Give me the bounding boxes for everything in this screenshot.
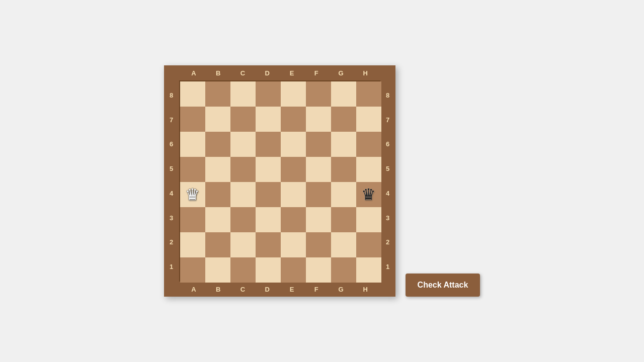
row-label-left-7: 7 (164, 108, 179, 132)
cell-H4[interactable]: ♛ (356, 182, 381, 207)
cell-E7[interactable] (281, 107, 306, 132)
cell-D4[interactable] (256, 182, 281, 207)
cell-H1[interactable] (356, 257, 381, 283)
row-label-left-6: 6 (164, 132, 179, 157)
cell-D8[interactable] (256, 81, 281, 107)
cell-B4[interactable] (205, 182, 230, 207)
row-label-right-4: 4 (380, 181, 395, 206)
cell-B2[interactable] (205, 232, 230, 257)
cell-B5[interactable] (205, 157, 230, 182)
cell-C5[interactable] (230, 157, 256, 182)
cell-B1[interactable] (205, 257, 230, 283)
row-label-left-1: 1 (164, 254, 179, 279)
cell-F6[interactable] (306, 132, 331, 157)
cell-E3[interactable] (281, 207, 306, 232)
cell-C6[interactable] (230, 132, 256, 157)
cell-D2[interactable] (256, 232, 281, 257)
chess-board[interactable]: ♛♛ (179, 80, 380, 282)
cell-C2[interactable] (230, 232, 256, 257)
cell-G5[interactable] (331, 157, 356, 182)
cell-A6[interactable] (180, 132, 205, 157)
row-label-right-5: 5 (380, 156, 395, 181)
cell-C4[interactable] (230, 182, 256, 207)
cell-E1[interactable] (281, 257, 306, 283)
row-labels-left: 87654321 (164, 80, 179, 282)
cell-G7[interactable] (331, 107, 356, 132)
cell-F1[interactable] (306, 257, 331, 283)
cell-D6[interactable] (256, 132, 281, 157)
cell-F3[interactable] (306, 207, 331, 232)
col-label-A: A (182, 69, 206, 77)
col-label-bottom-G: G (329, 286, 353, 293)
col-label-E: E (280, 69, 304, 77)
cell-D5[interactable] (256, 157, 281, 182)
cell-B6[interactable] (205, 132, 230, 157)
row-label-right-6: 6 (380, 132, 395, 157)
cell-G4[interactable] (331, 182, 356, 207)
cell-C1[interactable] (230, 257, 256, 283)
cell-C8[interactable] (230, 81, 256, 107)
cell-G8[interactable] (331, 81, 356, 107)
check-attack-button[interactable]: Check Attack (406, 274, 480, 297)
cell-E6[interactable] (281, 132, 306, 157)
cell-A2[interactable] (180, 232, 205, 257)
row-label-right-1: 1 (380, 254, 395, 279)
row-label-left-4: 4 (164, 181, 179, 206)
col-label-C: C (230, 69, 255, 77)
cell-C3[interactable] (230, 207, 256, 232)
row-label-left-3: 3 (164, 206, 179, 230)
col-label-bottom-C: C (230, 286, 255, 293)
col-label-bottom-H: H (353, 286, 378, 293)
cell-D1[interactable] (256, 257, 281, 283)
cell-A5[interactable] (180, 157, 205, 182)
col-label-bottom-F: F (304, 286, 329, 293)
cell-E2[interactable] (281, 232, 306, 257)
cell-A8[interactable] (180, 81, 205, 107)
cell-F8[interactable] (306, 81, 331, 107)
cell-H7[interactable] (356, 107, 381, 132)
board-with-labels: ABCDEFGH 87654321 ♛♛ 87654321 ABCDEFGH (164, 65, 395, 297)
main-container: ABCDEFGH 87654321 ♛♛ 87654321 ABCDEFGH C… (164, 65, 480, 297)
row-label-right-7: 7 (380, 108, 395, 132)
col-label-H: H (353, 69, 378, 77)
corner-br (380, 282, 395, 297)
cell-F7[interactable] (306, 107, 331, 132)
cell-B8[interactable] (205, 81, 230, 107)
cell-A4[interactable]: ♛ (180, 182, 205, 207)
cell-G3[interactable] (331, 207, 356, 232)
cell-A7[interactable] (180, 107, 205, 132)
cell-F4[interactable] (306, 182, 331, 207)
cell-G6[interactable] (331, 132, 356, 157)
cell-H3[interactable] (356, 207, 381, 232)
cell-B7[interactable] (205, 107, 230, 132)
cell-A1[interactable] (180, 257, 205, 283)
cell-H2[interactable] (356, 232, 381, 257)
cell-C7[interactable] (230, 107, 256, 132)
cell-D7[interactable] (256, 107, 281, 132)
cell-H6[interactable] (356, 132, 381, 157)
side-panel: Check Attack (406, 65, 480, 297)
cell-G2[interactable] (331, 232, 356, 257)
cell-H8[interactable] (356, 81, 381, 107)
cell-G1[interactable] (331, 257, 356, 283)
cell-E8[interactable] (281, 81, 306, 107)
corner-tl (164, 65, 179, 80)
cell-B3[interactable] (205, 207, 230, 232)
cell-F5[interactable] (306, 157, 331, 182)
row-label-left-2: 2 (164, 230, 179, 255)
cell-A3[interactable] (180, 207, 205, 232)
col-label-bottom-A: A (182, 286, 206, 293)
cell-D3[interactable] (256, 207, 281, 232)
cell-E5[interactable] (281, 157, 306, 182)
col-label-bottom-B: B (206, 286, 230, 293)
cell-F2[interactable] (306, 232, 331, 257)
row-label-right-8: 8 (380, 83, 395, 108)
cell-H5[interactable] (356, 157, 381, 182)
cell-E4[interactable] (281, 182, 306, 207)
white-queen-A4: ♛ (185, 187, 200, 203)
row-label-left-5: 5 (164, 156, 179, 181)
col-label-bottom-D: D (255, 286, 280, 293)
row-label-right-3: 3 (380, 206, 395, 230)
corner-bl (164, 282, 179, 297)
row-label-right-2: 2 (380, 230, 395, 255)
